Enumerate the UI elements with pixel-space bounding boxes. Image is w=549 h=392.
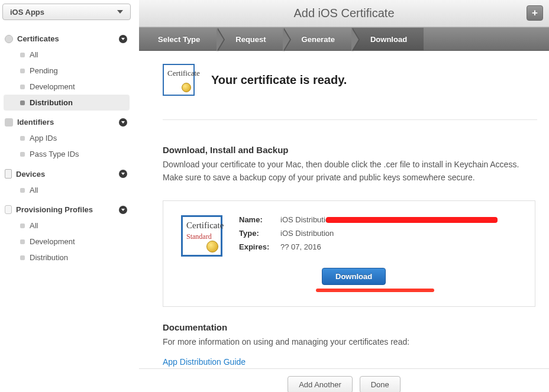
done-button[interactable]: Done <box>360 376 401 392</box>
cert-row-expires: Expires: ?? 07, 2016 <box>239 242 517 251</box>
certificate-icon: Certificate <box>163 64 195 96</box>
step-request[interactable]: Request <box>217 28 282 50</box>
chevron-down-icon <box>117 10 123 14</box>
cert-name-label: Name: <box>239 215 280 224</box>
step-select-type[interactable]: Select Type <box>139 28 217 50</box>
redaction-mark <box>326 217 498 223</box>
bullet-icon <box>20 101 25 105</box>
documentation-text: For more information on using and managi… <box>163 336 529 349</box>
sidebar-title-devices: Devices <box>16 170 45 179</box>
cert-expires-label: Expires: <box>239 242 280 251</box>
plus-icon: + <box>532 7 538 19</box>
app-distribution-guide-link[interactable]: App Distribution Guide <box>163 357 246 367</box>
cert-name-value: iOS Distributio <box>280 215 330 224</box>
disclosure-icon <box>119 170 127 178</box>
certificate-card: Certificate Standard Name: iOS Distribut… <box>163 200 535 307</box>
step-label: Generate <box>302 35 335 44</box>
step-label: Download <box>370 35 407 44</box>
sidebar-item-label: All <box>30 186 38 195</box>
documentation-title: Documentation <box>163 322 537 332</box>
footer-buttons: Add Another Done <box>139 368 549 392</box>
bullet-icon <box>20 85 25 89</box>
bullet-icon <box>20 188 25 193</box>
sidebar-item-label: App IDs <box>30 134 57 142</box>
sidebar-item-label: Distribution <box>30 253 68 262</box>
bullet-icon <box>20 255 25 260</box>
step-bar: Select Type Request Generate Download <box>139 27 549 51</box>
bullet-icon <box>20 152 25 157</box>
disclosure-icon <box>119 206 127 214</box>
cert-type-label: Type: <box>239 229 280 238</box>
sidebar-item-label: Development <box>30 237 75 246</box>
sidebar-item-certificates-all[interactable]: All <box>4 47 130 63</box>
cert-expires-value: ?? 07, 2016 <box>280 242 321 251</box>
sidebar-item-label: All <box>30 50 38 59</box>
profile-icon <box>5 205 12 214</box>
bullet-icon <box>20 223 25 228</box>
cert-type-value: iOS Distribution <box>280 229 334 238</box>
sidebar-title-profiles: Provisioning Profiles <box>16 205 93 214</box>
sidebar-section-devices: Devices All <box>0 166 133 198</box>
page-title: Add iOS Certificate <box>293 7 394 20</box>
sidebar-section-profiles: Provisioning Profiles All Development Di… <box>0 202 133 265</box>
step-generate[interactable]: Generate <box>283 28 351 50</box>
sidebar-item-app-ids[interactable]: App IDs <box>4 130 130 146</box>
sidebar-item-certificates-pending[interactable]: Pending <box>4 63 130 79</box>
ready-row: Certificate Your certificate is ready. <box>163 64 537 120</box>
bullet-icon <box>20 136 25 141</box>
sidebar-item-label: Pass Type IDs <box>30 150 79 158</box>
sidebar-item-profiles-development[interactable]: Development <box>4 234 130 250</box>
sidebar-header-identifiers[interactable]: Identifiers <box>0 114 133 130</box>
sidebar-item-profiles-distribution[interactable]: Distribution <box>4 250 130 265</box>
sidebar-section-certificates: Certificates All Pending Development Dis… <box>0 31 133 111</box>
disclosure-icon <box>119 35 127 43</box>
download-section-title: Download, Install and Backup <box>163 145 537 155</box>
identifier-icon <box>5 118 13 127</box>
device-icon <box>5 169 12 179</box>
ready-heading: Your certificate is ready. <box>211 73 347 87</box>
sidebar-item-label: Pending <box>30 66 58 75</box>
sidebar-section-identifiers: Identifiers App IDs Pass Type IDs <box>0 114 133 162</box>
step-label: Request <box>235 35 266 44</box>
sidebar-item-certificates-development[interactable]: Development <box>4 79 130 95</box>
cert-row-name: Name: iOS Distributio <box>239 215 517 224</box>
sidebar-header-devices[interactable]: Devices <box>0 166 133 182</box>
certificate-icon: Certificate Standard <box>181 215 222 257</box>
content-area: Certificate Your certificate is ready. D… <box>139 51 549 378</box>
download-button[interactable]: Download <box>322 268 386 285</box>
sidebar-item-label: All <box>30 221 38 230</box>
add-button[interactable]: + <box>527 5 543 21</box>
page-header: Add iOS Certificate + <box>139 0 549 27</box>
redaction-mark <box>316 289 434 292</box>
step-download[interactable]: Download <box>351 28 424 50</box>
sidebar-item-certificates-distribution[interactable]: Distribution <box>4 95 130 111</box>
step-label: Select Type <box>158 35 200 44</box>
sidebar-header-certificates[interactable]: Certificates <box>0 31 133 47</box>
sidebar-item-profiles-all[interactable]: All <box>4 218 130 234</box>
certificate-details: Name: iOS Distributio Type: iOS Distribu… <box>239 215 517 292</box>
sidebar-item-devices-all[interactable]: All <box>4 182 130 198</box>
add-another-button[interactable]: Add Another <box>288 376 353 392</box>
certificate-badge-icon <box>5 35 13 43</box>
app-selector-dropdown[interactable]: iOS Apps <box>2 4 131 20</box>
sidebar-item-pass-type-ids[interactable]: Pass Type IDs <box>4 146 130 162</box>
download-section-text: Download your certificate to your Mac, t… <box>163 158 529 184</box>
sidebar-item-label: Development <box>30 82 75 91</box>
bullet-icon <box>20 53 25 57</box>
main-panel: Add iOS Certificate + Select Type Reques… <box>139 0 549 392</box>
bullet-icon <box>20 69 25 73</box>
sidebar: iOS Apps Certificates All Pending Develo… <box>0 0 133 392</box>
disclosure-icon <box>119 118 127 127</box>
sidebar-header-profiles[interactable]: Provisioning Profiles <box>0 202 133 218</box>
cert-row-type: Type: iOS Distribution <box>239 229 517 238</box>
sidebar-item-label: Distribution <box>30 98 73 107</box>
sidebar-title-certificates: Certificates <box>17 34 59 43</box>
bullet-icon <box>20 239 25 244</box>
app-selector-label: iOS Apps <box>10 8 44 17</box>
sidebar-title-identifiers: Identifiers <box>17 118 54 127</box>
